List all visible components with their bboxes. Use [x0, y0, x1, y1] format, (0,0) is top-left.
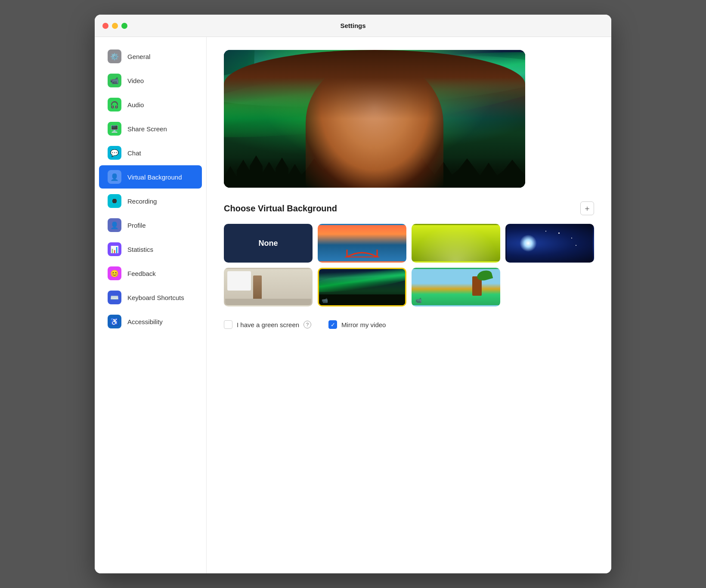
sidebar-item-recording[interactable]: ⏺ Recording	[99, 189, 202, 213]
chat-label: Chat	[127, 149, 141, 157]
sidebar-item-keyboard-shortcuts[interactable]: ⌨️ Keyboard Shortcuts	[99, 286, 202, 309]
window-title: Settings	[340, 22, 365, 29]
sidebar-item-audio[interactable]: 🎧 Audio	[99, 93, 202, 116]
chat-icon: 💬	[108, 146, 121, 160]
titlebar: Settings	[95, 15, 611, 37]
sidebar-item-accessibility[interactable]: ♿ Accessibility	[99, 310, 202, 333]
sidebar-item-virtual-background[interactable]: 👤 Virtual Background	[99, 165, 202, 189]
accessibility-icon: ♿	[108, 315, 121, 328]
general-icon: ⚙️	[108, 50, 121, 63]
content-area: ⚙️ General 📹 Video 🎧 Audio 🖥️ Share Scre…	[95, 37, 611, 573]
video-icon: 📹	[108, 74, 121, 87]
statistics-icon: 📊	[108, 242, 121, 256]
person-shape	[306, 59, 443, 188]
virtual-background-label: Virtual Background	[127, 173, 182, 181]
video-label: Video	[127, 77, 144, 84]
window-controls	[102, 23, 127, 29]
none-label: None	[259, 239, 278, 248]
green-screen-label: I have a green screen	[237, 321, 299, 328]
recording-label: Recording	[127, 198, 157, 205]
add-icon: ＋	[583, 203, 591, 214]
golden-gate-bridge-icon	[345, 246, 379, 259]
background-golden-gate[interactable]	[318, 224, 406, 263]
sidebar: ⚙️ General 📹 Video 🎧 Audio 🖥️ Share Scre…	[95, 37, 207, 573]
maximize-button[interactable]	[121, 23, 127, 29]
sidebar-item-video[interactable]: 📹 Video	[99, 69, 202, 92]
video-preview	[224, 50, 525, 188]
mirror-video-label: Mirror my video	[341, 321, 386, 328]
audio-icon: 🎧	[108, 98, 121, 111]
add-background-button[interactable]: ＋	[580, 201, 594, 215]
help-icon[interactable]: ?	[303, 321, 311, 328]
minimize-button[interactable]	[112, 23, 118, 29]
share-screen-icon: 🖥️	[108, 122, 121, 136]
green-screen-checkbox[interactable]	[224, 320, 232, 329]
preview-person-overlay	[224, 50, 525, 188]
sidebar-item-general[interactable]: ⚙️ General	[99, 45, 202, 68]
sidebar-item-statistics[interactable]: 📊 Statistics	[99, 238, 202, 261]
background-space[interactable]	[505, 224, 594, 263]
statistics-label: Statistics	[127, 246, 153, 253]
background-aurora[interactable]: 📹	[318, 268, 406, 306]
background-office[interactable]	[224, 268, 313, 306]
section-title: Choose Virtual Background	[224, 204, 337, 214]
background-none[interactable]: None	[224, 224, 313, 263]
keyboard-shortcuts-label: Keyboard Shortcuts	[127, 294, 184, 301]
beach-video-icon: 📹	[415, 297, 422, 303]
feedback-label: Feedback	[127, 270, 156, 277]
close-button[interactable]	[102, 23, 108, 29]
sidebar-item-chat[interactable]: 💬 Chat	[99, 141, 202, 164]
settings-window: Settings ⚙️ General 📹 Video 🎧 Audio 🖥️ S…	[95, 15, 611, 573]
virtual-background-icon: 👤	[108, 170, 121, 184]
sidebar-item-profile[interactable]: 👤 Profile	[99, 214, 202, 237]
keyboard-shortcuts-icon: ⌨️	[108, 291, 121, 304]
recording-icon: ⏺	[108, 194, 121, 208]
profile-icon: 👤	[108, 218, 121, 232]
section-header: Choose Virtual Background ＋	[224, 201, 594, 215]
accessibility-label: Accessibility	[127, 318, 163, 325]
options-row: I have a green screen ? ✓ Mirror my vide…	[224, 320, 594, 329]
feedback-icon: 😊	[108, 266, 121, 280]
profile-label: Profile	[127, 222, 146, 229]
main-content: Choose Virtual Background ＋ None	[207, 37, 611, 573]
sidebar-item-feedback[interactable]: 😊 Feedback	[99, 262, 202, 285]
backgrounds-grid: None	[224, 224, 594, 306]
mirror-video-checkbox[interactable]: ✓	[328, 320, 337, 329]
audio-label: Audio	[127, 101, 144, 108]
sidebar-item-share-screen[interactable]: 🖥️ Share Screen	[99, 117, 202, 140]
aurora-video-icon: 📹	[322, 297, 328, 303]
mirror-video-option[interactable]: ✓ Mirror my video	[328, 320, 386, 329]
general-label: General	[127, 53, 150, 60]
green-screen-option[interactable]: I have a green screen ?	[224, 320, 311, 329]
background-grass[interactable]	[412, 224, 500, 263]
share-screen-label: Share Screen	[127, 125, 167, 133]
background-beach[interactable]: 📹	[412, 268, 500, 306]
